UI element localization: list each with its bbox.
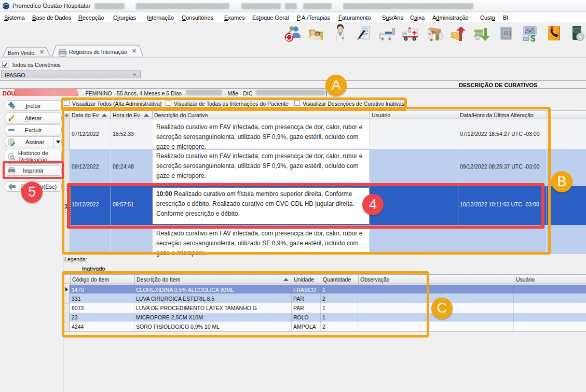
svg-text:$: $ (530, 34, 536, 43)
